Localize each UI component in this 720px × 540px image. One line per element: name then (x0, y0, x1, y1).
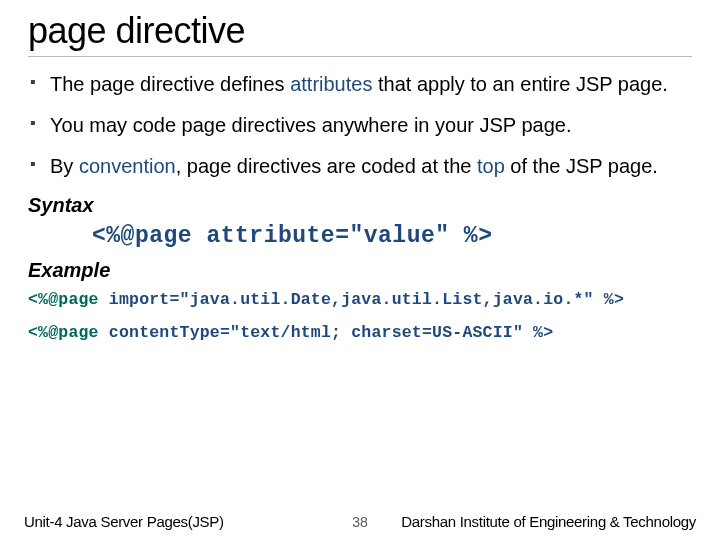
bullet-item: By convention, page directives are coded… (28, 153, 692, 180)
bullet-text-pre: The page directive defines (50, 73, 290, 95)
bullet-text-pre: By (50, 155, 79, 177)
example-heading: Example (28, 259, 692, 282)
bullet-text-post: that apply to an entire JSP page. (372, 73, 667, 95)
example-rest: contentType="text/html; charset=US-ASCII… (99, 323, 554, 342)
bullet-list: The page directive defines attributes th… (28, 71, 692, 180)
syntax-heading: Syntax (28, 194, 692, 217)
bullet-text-post: of the JSP page. (505, 155, 658, 177)
slide-body: page directive The page directive define… (0, 0, 720, 342)
example-tag: <%@page (28, 290, 99, 309)
footer: Unit-4 Java Server Pages(JSP) 38 Darshan… (0, 513, 720, 530)
bullet-emph: attributes (290, 73, 372, 95)
bullet-emph: convention (79, 155, 176, 177)
example-rest: import="java.util.Date,java.util.List,ja… (99, 290, 624, 309)
page-number: 38 (352, 514, 368, 530)
footer-right: Darshan Institute of Engineering & Techn… (401, 513, 696, 530)
example-code-line: <%@page import="java.util.Date,java.util… (28, 290, 692, 309)
example-tag: <%@page (28, 323, 99, 342)
bullet-text-mid: , page directives are coded at the (176, 155, 477, 177)
bullet-item: You may code page directives anywhere in… (28, 112, 692, 139)
bullet-text: You may code page directives anywhere in… (50, 114, 571, 136)
example-code-line: <%@page contentType="text/html; charset=… (28, 323, 692, 342)
bullet-emph: top (477, 155, 505, 177)
footer-left: Unit-4 Java Server Pages(JSP) (24, 513, 224, 530)
bullet-item: The page directive defines attributes th… (28, 71, 692, 98)
syntax-code: <%@page attribute="value" %> (28, 223, 692, 249)
slide-title: page directive (28, 10, 692, 57)
